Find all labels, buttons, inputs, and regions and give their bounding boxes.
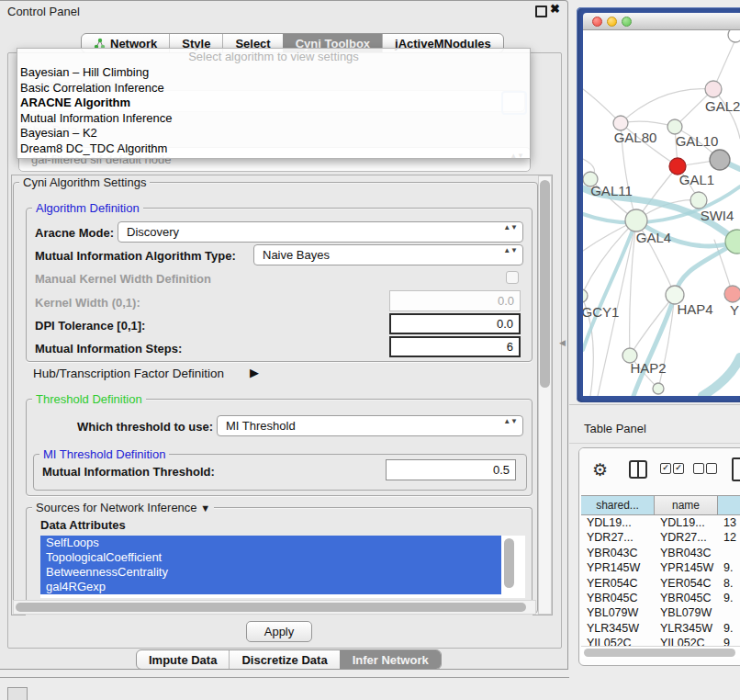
table-cell bbox=[718, 546, 740, 560]
network-edge[interactable] bbox=[621, 121, 675, 127]
network-node[interactable] bbox=[653, 383, 664, 394]
table-row[interactable]: YLR345WYLR345W9. bbox=[581, 621, 740, 636]
column-header-shared-name[interactable]: shared... bbox=[581, 496, 655, 514]
kernel-width-label: Kernel Width (0,1): bbox=[35, 296, 140, 310]
network-window-titlebar[interactable] bbox=[583, 13, 740, 30]
network-node-gal4[interactable] bbox=[625, 209, 647, 231]
column-header-name[interactable]: name bbox=[655, 496, 718, 514]
network-canvas[interactable]: GAL2GAL80GAL10GAL1GAL11SWI4GAL4GCY1HAP4Y… bbox=[583, 30, 740, 396]
settings-vscrollbar-thumb[interactable] bbox=[540, 180, 550, 388]
data-attributes-list[interactable]: SelfLoopsTopologicalCoefficientBetweenne… bbox=[40, 536, 525, 598]
mi-threshold-field[interactable]: 0.5 bbox=[386, 459, 516, 480]
tab-impute-data[interactable]: Impute Data bbox=[137, 650, 229, 669]
aracne-mode-value: Discovery bbox=[127, 225, 179, 239]
network-graph[interactable]: GAL2GAL80GAL10GAL1GAL11SWI4GAL4GCY1HAP4Y… bbox=[583, 30, 740, 396]
expander-arrow-icon[interactable]: ▶ bbox=[250, 366, 259, 379]
table-cell: YER054C bbox=[581, 576, 655, 591]
stepper-arrows-icon: ▲▼ bbox=[503, 224, 518, 231]
sources-group-title: Sources for Network Inference ▼ bbox=[32, 501, 214, 514]
network-node-label: HAP2 bbox=[630, 360, 666, 376]
split-columns-icon[interactable] bbox=[629, 460, 647, 479]
network-node-swi4[interactable] bbox=[690, 192, 707, 209]
data-attribute-item[interactable]: SelfLoops bbox=[40, 536, 501, 550]
table-cell: YPR145W bbox=[581, 560, 655, 575]
table-row[interactable]: YBL079WYBL079W bbox=[581, 605, 740, 620]
collapse-arrow-icon[interactable]: ▼ bbox=[200, 502, 210, 514]
column-header-partial[interactable] bbox=[718, 496, 740, 514]
table-cell: 8. bbox=[718, 576, 740, 591]
close-traffic-light[interactable] bbox=[592, 17, 602, 27]
dpi-tolerance-label: DPI Tolerance [0,1]: bbox=[35, 319, 145, 333]
algorithm-popup-item[interactable]: Bayesian – K2 bbox=[17, 126, 530, 141]
which-threshold-combobox[interactable]: MI Threshold ▲▼ bbox=[217, 415, 523, 436]
stepper-arrows-icon: ▲▼ bbox=[503, 418, 518, 425]
zoom-traffic-light[interactable] bbox=[622, 17, 632, 27]
partial-button[interactable] bbox=[7, 687, 28, 700]
algorithm-popup: Select algorithm to view settings Bayesi… bbox=[17, 48, 531, 159]
tab-impute-data-label: Impute Data bbox=[149, 653, 217, 667]
network-node-gal80[interactable] bbox=[613, 116, 628, 130]
table-hscrollbar-thumb[interactable] bbox=[584, 649, 735, 657]
table-cell: YBR043C bbox=[581, 546, 655, 560]
network-node-y[interactable] bbox=[724, 286, 740, 302]
network-edge[interactable] bbox=[621, 89, 713, 123]
aracne-mode-combobox[interactable]: Discovery ▲▼ bbox=[118, 221, 523, 243]
table-rows: YDL19...YDL19...13YDR27...YDR27...12YBR0… bbox=[581, 515, 740, 651]
table-cell: YBR045C bbox=[581, 591, 655, 605]
table-header-row: shared... name bbox=[581, 495, 740, 515]
table-row[interactable]: YDL19...YDL19...13 bbox=[581, 515, 740, 530]
table-cell: 9. bbox=[718, 591, 740, 605]
network-node-gal2[interactable] bbox=[705, 81, 722, 97]
table-cell: YBL079W bbox=[581, 605, 655, 620]
table-row[interactable]: YPR145WYPR145W9. bbox=[581, 560, 740, 575]
network-node-label: GAL2 bbox=[705, 98, 740, 114]
algorithm-popup-item[interactable]: Dream8 DC_TDC Algorithm bbox=[17, 141, 530, 157]
network-node[interactable] bbox=[728, 30, 740, 42]
network-node-label: GAL11 bbox=[590, 183, 633, 198]
mi-steps-field[interactable]: 6 bbox=[389, 336, 521, 357]
network-node-gal10[interactable] bbox=[667, 119, 682, 134]
table-cell: YBR045C bbox=[655, 591, 718, 605]
table-row[interactable]: YBR043CYBR043C bbox=[581, 546, 740, 560]
minimize-traffic-light[interactable] bbox=[607, 17, 617, 27]
network-edge-thick[interactable] bbox=[633, 295, 675, 396]
data-attribute-item[interactable]: BetweennessCentrality bbox=[40, 565, 501, 580]
dpi-tolerance-field[interactable]: 0.0 bbox=[389, 313, 521, 334]
mi-type-combobox[interactable]: Naive Bayes ▲▼ bbox=[253, 244, 523, 265]
algorithm-popup-item[interactable]: ARACNE Algorithm bbox=[17, 96, 530, 111]
settings-hscrollbar-thumb[interactable] bbox=[16, 603, 526, 612]
table-row[interactable]: YER054CYER054C8. bbox=[581, 576, 740, 591]
table-row[interactable]: YDR27...YDR27...12 bbox=[581, 530, 740, 545]
manual-kernel-checkbox[interactable] bbox=[506, 271, 519, 284]
table-row[interactable]: YBR045CYBR045C9. bbox=[581, 591, 740, 605]
kernel-width-field[interactable]: 0.0 bbox=[389, 290, 521, 311]
table-hscrollbar-track[interactable] bbox=[581, 646, 740, 659]
table-function-icon[interactable] bbox=[732, 457, 740, 481]
algorithm-popup-item[interactable]: Basic Correlation Inference bbox=[17, 81, 530, 96]
table-cell: YLR345W bbox=[655, 621, 718, 636]
tab-discretize-data[interactable]: Discretize Data bbox=[229, 650, 339, 669]
checked-checkbox-icon[interactable]: ✓ bbox=[660, 463, 671, 474]
split-divider-grip[interactable]: ◀ bbox=[559, 338, 566, 347]
network-node[interactable] bbox=[710, 150, 730, 170]
network-node-gcy1[interactable] bbox=[583, 289, 588, 302]
unchecked-checkbox-icon[interactable] bbox=[706, 463, 717, 474]
hub-definition-expander-label[interactable]: Hub/Transcription Factor Definition bbox=[33, 367, 224, 380]
list-vertical-scrollbar[interactable] bbox=[504, 538, 514, 588]
apply-button[interactable]: Apply bbox=[246, 621, 312, 642]
stepper-arrows-icon: ▲▼ bbox=[503, 247, 518, 254]
data-attribute-item[interactable]: gal4RGexp bbox=[40, 580, 501, 594]
network-edge-thick[interactable] bbox=[702, 357, 740, 396]
unchecked-checkbox-icon[interactable] bbox=[693, 463, 704, 474]
divider-line bbox=[569, 443, 740, 444]
tab-discretize-data-label: Discretize Data bbox=[241, 653, 327, 667]
gear-icon[interactable]: ⚙ bbox=[592, 459, 608, 480]
network-edge-thick[interactable] bbox=[583, 220, 636, 350]
algorithm-popup-item[interactable]: Bayesian – Hill Climbing bbox=[17, 65, 530, 81]
mi-threshold-group-title: MI Threshold Definition bbox=[39, 447, 169, 461]
checked-checkbox-icon[interactable]: ✓ bbox=[673, 463, 684, 474]
table-cell: YDL19... bbox=[655, 515, 718, 530]
data-attribute-item[interactable]: TopologicalCoefficient bbox=[40, 550, 501, 565]
algorithm-popup-item[interactable]: Mutual Information Inference bbox=[17, 111, 530, 127]
tab-infer-network[interactable]: Infer Network bbox=[340, 650, 441, 669]
